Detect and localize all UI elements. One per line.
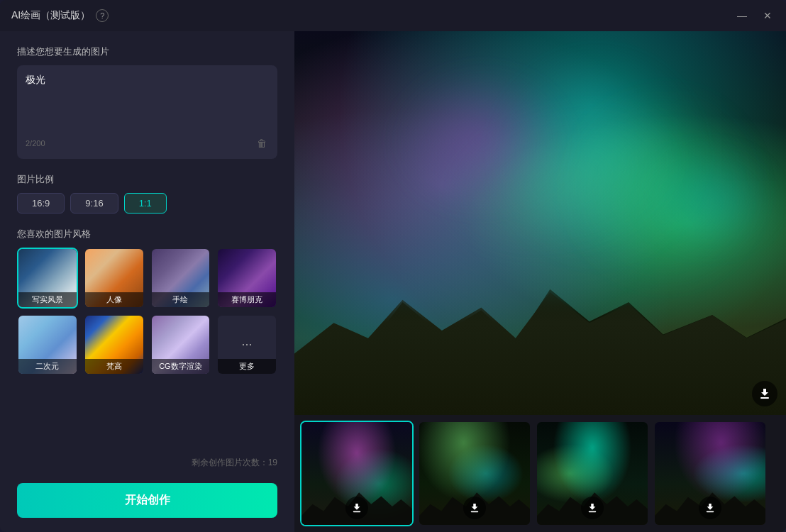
style-item-vangogh[interactable]: 梵高 xyxy=(84,314,145,375)
style-label-sketch: 手绘 xyxy=(152,292,210,307)
style-item-landscape[interactable]: 写实风景 xyxy=(17,248,78,309)
download-thumb-4[interactable] xyxy=(699,497,721,519)
titlebar-controls: — ✕ xyxy=(735,9,775,23)
prompt-wrapper: 极光 2/200 🗑 xyxy=(17,65,277,159)
style-grid: 写实风景 人像 手绘 赛博朋克 xyxy=(17,248,277,375)
svg-rect-0 xyxy=(760,397,769,399)
ratio-label: 图片比例 xyxy=(17,173,277,186)
thumbnail-strip xyxy=(294,415,786,532)
style-item-anime[interactable]: 二次元 xyxy=(17,314,78,375)
close-button[interactable]: ✕ xyxy=(760,9,775,23)
main-aurora-image xyxy=(294,31,786,415)
thumbnail-1[interactable] xyxy=(300,421,414,526)
thumbnail-4[interactable] xyxy=(653,421,767,526)
main-image-area xyxy=(294,31,786,415)
char-count: 2/200 xyxy=(26,139,45,148)
download-thumb-1[interactable] xyxy=(345,497,368,519)
style-label-vangogh: 梵高 xyxy=(85,359,143,374)
svg-rect-4 xyxy=(707,511,714,512)
style-label-more: 更多 xyxy=(218,359,276,374)
titlebar-left: AI绘画（测试版） ? xyxy=(11,9,109,22)
ratio-1-1[interactable]: 1:1 xyxy=(124,193,167,214)
app-window: AI绘画（测试版） ? — ✕ 描述您想要生成的图片 极光 2/200 🗑 xyxy=(0,0,786,532)
right-panel xyxy=(294,31,786,532)
style-label: 您喜欢的图片风格 xyxy=(17,228,277,240)
style-item-cyberpunk[interactable]: 赛博朋克 xyxy=(216,248,277,309)
svg-rect-2 xyxy=(471,511,479,512)
clear-icon[interactable]: 🗑 xyxy=(255,136,269,150)
style-section: 您喜欢的图片风格 写实风景 人像 手绘 xyxy=(17,228,277,375)
app-title: AI绘画（测试版） xyxy=(11,9,90,22)
main-content: 描述您想要生成的图片 极光 2/200 🗑 图片比例 16:9 9:16 1:1 xyxy=(0,31,786,532)
style-label-landscape: 写实风景 xyxy=(18,292,77,307)
style-item-more[interactable]: ··· 更多 xyxy=(216,314,277,375)
textarea-footer: 2/200 🗑 xyxy=(26,136,269,150)
prompt-input[interactable]: 极光 xyxy=(26,74,269,131)
titlebar: AI绘画（测试版） ? — ✕ xyxy=(0,0,786,31)
style-item-cg[interactable]: CG数字渲染 xyxy=(150,314,211,375)
ratio-buttons: 16:9 9:16 1:1 xyxy=(17,193,277,214)
style-label-cyberpunk: 赛博朋克 xyxy=(218,292,276,307)
prompt-section: 描述您想要生成的图片 极光 2/200 🗑 xyxy=(17,45,277,159)
download-thumb-3[interactable] xyxy=(581,497,604,519)
ratio-9-16[interactable]: 9:16 xyxy=(70,193,118,214)
svg-rect-3 xyxy=(589,511,597,512)
minimize-button[interactable]: — xyxy=(735,9,749,23)
thumbnail-2[interactable] xyxy=(418,421,531,526)
ratio-section: 图片比例 16:9 9:16 1:1 xyxy=(17,173,277,214)
help-icon[interactable]: ? xyxy=(96,9,109,22)
download-thumb-2[interactable] xyxy=(463,497,486,519)
download-main-button[interactable] xyxy=(752,381,777,406)
left-panel: 描述您想要生成的图片 极光 2/200 🗑 图片比例 16:9 9:16 1:1 xyxy=(0,31,294,532)
style-item-portrait[interactable]: 人像 xyxy=(84,248,145,309)
ratio-16-9[interactable]: 16:9 xyxy=(17,193,65,214)
svg-rect-1 xyxy=(353,511,361,512)
style-label-cg: CG数字渲染 xyxy=(152,359,210,374)
remaining-text: 剩余创作图片次数：19 xyxy=(17,457,277,469)
thumbnail-3[interactable] xyxy=(536,421,649,526)
create-button[interactable]: 开始创作 xyxy=(17,483,277,518)
style-item-sketch[interactable]: 手绘 xyxy=(150,248,211,309)
style-label-anime: 二次元 xyxy=(18,359,77,374)
prompt-label: 描述您想要生成的图片 xyxy=(17,45,277,58)
style-label-portrait: 人像 xyxy=(85,292,143,307)
